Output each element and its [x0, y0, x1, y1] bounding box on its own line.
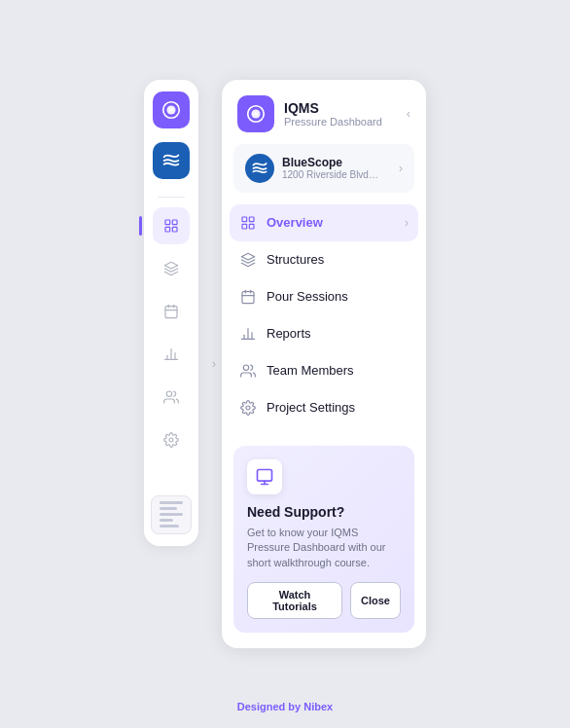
users-icon	[162, 388, 180, 406]
project-settings-icon	[239, 399, 257, 417]
nav-item-overview[interactable]: Overview ›	[230, 204, 418, 241]
settings-icon	[162, 431, 180, 449]
preview-lines	[156, 497, 187, 531]
company-chevron-icon: ›	[399, 162, 403, 175]
preview-line-4	[160, 519, 173, 522]
support-description: Get to know your IQMS Pressure Dashboard…	[247, 526, 401, 570]
nav-item-team[interactable]: Team Members	[230, 352, 418, 389]
svg-rect-20	[242, 217, 247, 222]
panel-app-icon	[237, 95, 274, 132]
sidebar-nav-overview[interactable]	[153, 207, 190, 244]
overview-icon	[239, 214, 257, 232]
sidebar-nav-pour-sessions[interactable]	[153, 293, 190, 330]
svg-point-32	[243, 365, 248, 370]
sidebar-nav-reports[interactable]	[153, 336, 190, 373]
app-subtitle: Pressure Dashboard	[284, 116, 397, 127]
calendar-icon	[162, 303, 180, 320]
panel-header-text: IQMS Pressure Dashboard	[284, 100, 397, 128]
reports-icon	[239, 325, 257, 343]
company-selector[interactable]: BlueScope 1200 Riverside Blvd.,... ›	[233, 144, 414, 193]
nav-item-settings[interactable]: Project Settings	[230, 389, 418, 426]
preview-line-1	[160, 501, 183, 504]
company-name: BlueScope	[282, 156, 391, 169]
layers-icon	[162, 260, 180, 277]
svg-rect-22	[242, 224, 247, 229]
nav-label-settings: Project Settings	[267, 400, 409, 415]
footer: Designed by Nibex	[237, 701, 333, 712]
sidebar-app-icon-2[interactable]	[153, 142, 190, 179]
close-support-button[interactable]: Close	[350, 582, 401, 619]
svg-point-19	[254, 112, 258, 116]
sidebar-expand-chevron[interactable]: ›	[206, 80, 222, 648]
nav-menu: Overview › Structures	[222, 204, 426, 426]
panel-header: IQMS Pressure Dashboard ‹	[222, 80, 426, 144]
footer-text: Designed by	[237, 701, 303, 712]
footer-brand: Nibex	[303, 701, 333, 712]
nav-label-structures: Structures	[267, 252, 409, 267]
support-title: Need Support?	[247, 504, 401, 520]
sidebar-app-icon-1[interactable]	[153, 91, 190, 128]
sidebar-nav-structures[interactable]	[153, 250, 190, 287]
bar-chart-icon	[162, 346, 180, 363]
preview-line-5	[160, 525, 179, 528]
nav-item-reports[interactable]: Reports	[230, 315, 418, 352]
svg-rect-3	[165, 220, 170, 225]
team-icon	[239, 362, 257, 380]
nav-label-reports: Reports	[267, 326, 409, 341]
panel-collapse-chevron[interactable]: ‹	[407, 106, 410, 121]
svg-rect-21	[249, 217, 254, 222]
structures-icon	[239, 251, 257, 269]
main-panel: IQMS Pressure Dashboard ‹ BlueScope 1200…	[222, 80, 426, 648]
nav-item-structures[interactable]: Structures	[230, 241, 418, 278]
svg-rect-34	[258, 469, 272, 481]
nav-item-pour-sessions[interactable]: Pour Sessions	[230, 278, 418, 315]
sidebar-nav-settings[interactable]	[153, 421, 190, 458]
preview-line-2	[160, 507, 177, 510]
nav-label-team: Team Members	[267, 363, 409, 378]
svg-point-16	[169, 438, 173, 442]
company-logo	[245, 154, 274, 183]
company-address: 1200 Riverside Blvd.,...	[282, 169, 379, 180]
preview-line-3	[160, 513, 183, 516]
support-buttons: Watch Tutorials Close	[247, 582, 401, 619]
svg-rect-7	[165, 307, 177, 318]
sidebar-divider	[158, 197, 185, 198]
svg-rect-5	[165, 227, 170, 232]
sidebar-nav-team[interactable]	[153, 379, 190, 416]
svg-point-2	[169, 108, 173, 112]
icon-sidebar	[144, 80, 198, 546]
support-card-icon	[247, 459, 282, 494]
company-info: BlueScope 1200 Riverside Blvd.,...	[282, 156, 391, 180]
svg-rect-4	[172, 220, 177, 225]
nav-label-pour-sessions: Pour Sessions	[267, 289, 409, 304]
pour-sessions-icon	[239, 288, 257, 306]
svg-point-33	[246, 406, 250, 410]
grid-icon	[162, 217, 180, 235]
svg-rect-6	[172, 227, 177, 232]
nav-chevron-overview: ›	[405, 216, 409, 230]
svg-point-15	[166, 391, 171, 396]
support-card: Need Support? Get to know your IQMS Pres…	[233, 446, 414, 633]
svg-rect-24	[242, 292, 254, 304]
sidebar-preview-card	[151, 495, 192, 534]
app-title: IQMS	[284, 100, 397, 117]
watch-tutorials-button[interactable]: Watch Tutorials	[247, 582, 342, 619]
svg-rect-23	[249, 224, 254, 229]
nav-label-overview: Overview	[267, 215, 395, 230]
